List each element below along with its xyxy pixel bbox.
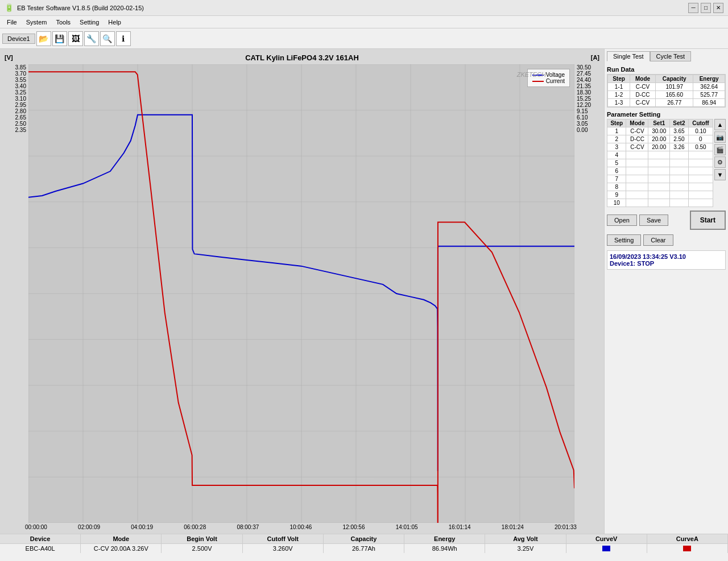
save-file-button[interactable]: 💾 xyxy=(52,31,67,46)
param-table: Step Mode Set1 Set2 Cutoff 1C-CV30.003.6… xyxy=(607,119,713,207)
app-icon: 🔋 xyxy=(5,3,14,12)
chart-title: CATL Kylin LiFePO4 3.2V 161AH xyxy=(5,53,599,62)
x-axis-value: 04:00:19 xyxy=(131,524,153,530)
bottom-header-cell: Cutoff Volt xyxy=(243,534,324,543)
y-left-value: 3.25 xyxy=(8,89,26,96)
y-left-value: 3.85 xyxy=(8,64,26,71)
run-data-title: Run Data xyxy=(607,66,726,73)
menu-help[interactable]: Help xyxy=(104,18,126,27)
y-right-value: 30.50 xyxy=(577,64,597,71)
bottom-header-cell: Mode xyxy=(81,534,162,543)
gear-icon[interactable]: ⚙ xyxy=(714,156,726,168)
y-left-value: 2.65 xyxy=(8,114,26,121)
open-button[interactable]: Open xyxy=(607,214,637,226)
y-left-value: 2.35 xyxy=(8,127,26,133)
main-area: CATL Kylin LiFePO4 3.2V 161AH [V] 3.853.… xyxy=(0,49,728,534)
table-row[interactable]: 4 xyxy=(607,151,713,159)
param-setting-title: Parameter Setting xyxy=(607,111,726,118)
tab-cycle-test[interactable]: Cycle Test xyxy=(650,51,692,61)
curve-a-cell xyxy=(647,544,728,553)
clear-button[interactable]: Clear xyxy=(643,234,673,246)
menu-system[interactable]: System xyxy=(22,18,52,27)
tab-single-test[interactable]: Single Test xyxy=(607,51,650,61)
y-left-value: 2.50 xyxy=(8,121,26,127)
table-row[interactable]: 1C-CV30.003.650.10 xyxy=(607,127,713,135)
bottom-header-cell: CurveA xyxy=(647,534,728,543)
run-header-step: Step xyxy=(608,75,630,83)
bottom-header: DeviceModeBegin VoltCutoff VoltCapacityE… xyxy=(0,534,728,544)
table-row[interactable]: 9 xyxy=(607,191,713,199)
y-right-value: 27.45 xyxy=(577,71,597,77)
chart-canvas: Voltage Current ZKETECH xyxy=(28,64,574,523)
table-row: 1-2D-CC165.60525.77 xyxy=(608,91,725,99)
x-axis-value: 12:00:56 xyxy=(343,524,365,530)
y-left-value: 3.40 xyxy=(8,83,26,89)
curve-v-cell xyxy=(566,544,647,553)
voltage-legend-label: Voltage xyxy=(546,72,565,78)
bottom-data-row: EBC-A40LC-CV 20.00A 3.26V2.500V3.260V26.… xyxy=(0,544,728,553)
bottom-bar: DeviceModeBegin VoltCutoff VoltCapacityE… xyxy=(0,534,728,561)
menu-file[interactable]: File xyxy=(2,18,22,27)
title-bar: 🔋 EB Tester Software V1.8.5 (Build 2020-… xyxy=(0,0,728,16)
tab-row: Single Test Cycle Test xyxy=(607,51,726,61)
y-right-label: [A] xyxy=(591,54,599,61)
open-file-button[interactable]: 📂 xyxy=(36,31,51,46)
save-button[interactable]: Save xyxy=(639,214,668,226)
y-right-value: 12.20 xyxy=(577,102,597,108)
x-axis: 00:00:0002:00:0904:00:1906:00:2808:00:37… xyxy=(5,523,599,530)
param-header-set2: Set2 xyxy=(670,119,689,127)
settings-button[interactable]: 🔧 xyxy=(84,31,99,46)
video-icon[interactable]: 🎬 xyxy=(714,144,726,155)
run-data-table-scroll[interactable]: Step Mode Capacity Energy 1-1C-CV101.973… xyxy=(607,74,726,108)
status-box: 16/09/2023 13:34:25 V3.10 Device1: STOP xyxy=(607,250,726,270)
y-right-value: 24.40 xyxy=(577,77,597,83)
y-axis-right: 30.5027.4524.4021.3518.3015.2512.209.156… xyxy=(574,64,597,133)
minimize-button[interactable]: ─ xyxy=(688,3,698,13)
bottom-data-cell: C-CV 20.00A 3.26V xyxy=(81,544,162,553)
scroll-up-icon[interactable]: ▲ xyxy=(714,119,726,130)
menu-bar: File System Tools Setting Help xyxy=(0,16,728,28)
screenshot-button[interactable]: 🖼 xyxy=(68,31,83,46)
info-button[interactable]: ℹ xyxy=(116,31,131,46)
x-axis-value: 00:00:00 xyxy=(25,524,47,530)
x-axis-value: 20:01:33 xyxy=(555,524,577,530)
x-axis-value: 18:01:24 xyxy=(502,524,524,530)
toolbar: Device1 📂 💾 🖼 🔧 🔍 ℹ xyxy=(0,28,728,49)
menu-tools[interactable]: Tools xyxy=(51,18,75,27)
table-row[interactable]: 8 xyxy=(607,183,713,191)
sidebar: Single Test Cycle Test Run Data Step Mod… xyxy=(604,49,728,534)
maximize-button[interactable]: □ xyxy=(701,3,711,13)
y-left-value: 3.70 xyxy=(8,71,26,77)
bottom-data-cell: 86.94Wh xyxy=(404,544,485,553)
table-row[interactable]: 3C-CV20.003.260.50 xyxy=(607,143,713,151)
bottom-data-cell: 2.500V xyxy=(162,544,242,553)
x-axis-value: 08:00:37 xyxy=(237,524,259,530)
table-row[interactable]: 10 xyxy=(607,199,713,207)
menu-setting[interactable]: Setting xyxy=(75,18,104,27)
table-row[interactable]: 7 xyxy=(607,175,713,183)
search-button[interactable]: 🔍 xyxy=(100,31,115,46)
table-row[interactable]: 5 xyxy=(607,159,713,167)
run-header-mode: Mode xyxy=(630,75,656,83)
table-row[interactable]: 6 xyxy=(607,167,713,175)
bottom-data-cell: 26.77Ah xyxy=(324,544,404,553)
run-header-energy: Energy xyxy=(693,75,725,83)
bottom-header-cell: Capacity xyxy=(324,534,404,543)
y-left-value: 2.80 xyxy=(8,108,26,114)
run-data-table: Step Mode Capacity Energy 1-1C-CV101.973… xyxy=(607,75,725,107)
table-row[interactable]: 2D-CC20.002.500 xyxy=(607,135,713,143)
close-button[interactable]: ✕ xyxy=(713,3,723,13)
y-right-value: 9.15 xyxy=(577,108,597,114)
y-right-value: 0.00 xyxy=(577,127,597,133)
param-header-step: Step xyxy=(607,119,626,127)
scroll-down-icon[interactable]: ▼ xyxy=(714,169,726,180)
y-right-value: 18.30 xyxy=(577,89,597,96)
start-button[interactable]: Start xyxy=(690,211,726,230)
camera-icon[interactable]: 📷 xyxy=(714,131,726,143)
table-row: 1-3C-CV26.7786.94 xyxy=(608,99,725,107)
bottom-data-cell: 3.260V xyxy=(243,544,324,553)
setting-button[interactable]: Setting xyxy=(607,234,641,246)
device-button[interactable]: Device1 xyxy=(2,34,35,44)
y-left-value: 2.95 xyxy=(8,102,26,108)
status-datetime: 16/09/2023 13:34:25 V3.10 xyxy=(610,253,723,260)
